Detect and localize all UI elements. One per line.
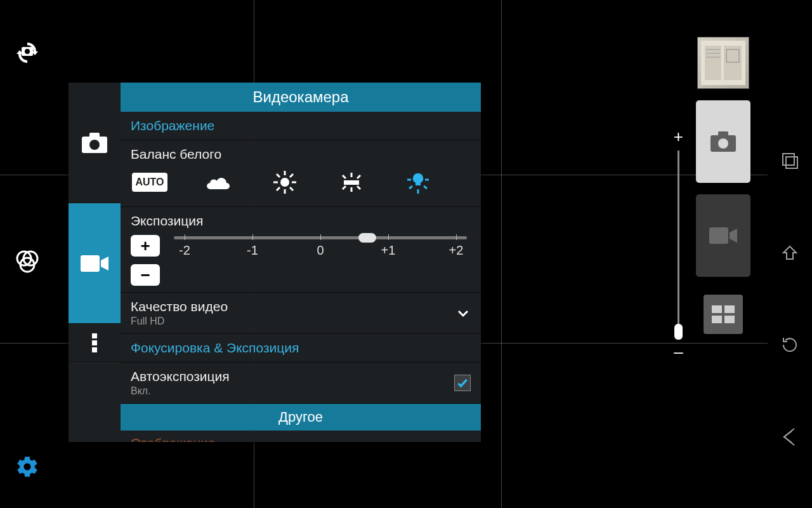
mode-grid-button[interactable] <box>704 295 743 334</box>
svg-line-35 <box>290 187 293 190</box>
svg-line-42 <box>357 175 360 178</box>
settings-title: Видеокамера <box>121 83 481 112</box>
wb-incandescent-icon[interactable] <box>402 170 434 195</box>
left-rail <box>11 0 56 508</box>
wb-cloudy-icon[interactable] <box>202 170 234 195</box>
svg-rect-6 <box>705 46 721 80</box>
video-quality-value: Full HD <box>131 316 228 327</box>
wb-auto-option[interactable]: AUTO <box>132 173 167 192</box>
svg-rect-38 <box>344 180 359 185</box>
tab-video[interactable] <box>69 203 121 324</box>
tick: +2 <box>442 243 471 258</box>
zoom-plus-icon[interactable]: + <box>674 127 683 147</box>
zoom-track[interactable] <box>678 150 679 338</box>
svg-rect-20 <box>783 154 794 165</box>
grid-line-vertical <box>501 0 502 508</box>
settings-gear-icon[interactable] <box>11 451 43 483</box>
tick: -2 <box>170 243 199 258</box>
video-quality-label: Качество видео <box>131 299 228 314</box>
zoom-handle[interactable] <box>674 324 683 340</box>
chevron-down-icon <box>455 305 471 321</box>
svg-rect-18 <box>712 316 722 323</box>
svg-line-34 <box>277 174 280 177</box>
auto-exposure-row[interactable]: Автоэкспозиция Вкл. <box>121 363 481 404</box>
exposure-minus-button[interactable]: − <box>131 264 160 286</box>
svg-rect-15 <box>709 227 728 244</box>
exposure-slider[interactable]: -2 -1 0 +1 +2 <box>170 235 471 258</box>
settings-body: Видеокамера Изображение Баланс белого AU… <box>121 83 481 442</box>
svg-point-1 <box>25 49 30 54</box>
svg-line-46 <box>409 186 412 189</box>
section-other[interactable]: Другое <box>121 404 481 431</box>
color-effects-icon[interactable] <box>11 244 43 276</box>
svg-line-41 <box>343 175 346 178</box>
photo-mode-button[interactable] <box>696 100 750 183</box>
svg-rect-23 <box>89 133 100 138</box>
tick: 0 <box>306 243 335 258</box>
tick: +1 <box>374 243 403 258</box>
video-quality-row[interactable]: Качество видео Full HD <box>121 293 481 334</box>
svg-rect-28 <box>92 347 97 352</box>
svg-rect-21 <box>786 157 797 168</box>
auto-exposure-label: Автоэкспозиция <box>131 369 230 384</box>
camera-settings-menu: Видеокамера Изображение Баланс белого AU… <box>69 83 481 442</box>
recents-icon[interactable] <box>776 147 804 175</box>
section-image: Изображение <box>121 112 481 140</box>
svg-rect-17 <box>724 305 735 313</box>
last-photo-thumbnail[interactable] <box>697 37 749 89</box>
tick: -1 <box>238 243 267 258</box>
settings-tab-rail <box>69 83 121 362</box>
zoom-slider[interactable]: + – <box>674 127 683 362</box>
svg-rect-13 <box>718 131 728 137</box>
svg-rect-25 <box>81 255 100 272</box>
tab-photo[interactable] <box>69 83 121 203</box>
white-balance-label: Баланс белого <box>131 147 471 162</box>
back-icon[interactable] <box>776 423 804 451</box>
rotate-icon[interactable] <box>776 331 804 359</box>
svg-rect-19 <box>724 316 735 323</box>
video-mode-button[interactable] <box>696 194 750 277</box>
svg-point-24 <box>89 140 100 150</box>
svg-rect-16 <box>712 305 722 313</box>
tab-more[interactable] <box>69 324 121 362</box>
svg-line-37 <box>277 187 280 190</box>
auto-exposure-value: Вкл. <box>131 385 230 397</box>
auto-exposure-checkbox[interactable] <box>454 375 471 391</box>
home-icon[interactable] <box>776 239 804 267</box>
white-balance-row: Баланс белого AUTO <box>121 140 481 207</box>
exposure-thumb[interactable] <box>358 233 376 243</box>
svg-line-43 <box>343 186 346 189</box>
svg-line-44 <box>357 186 360 189</box>
svg-line-47 <box>424 186 427 189</box>
exposure-label: Экспозиция <box>131 213 471 229</box>
wb-daylight-icon[interactable] <box>269 170 301 195</box>
exposure-row: Экспозиция + − -2 -1 0 +1 +2 <box>121 207 481 293</box>
svg-rect-26 <box>92 333 97 338</box>
zoom-minus-icon[interactable]: – <box>674 342 683 362</box>
system-navbar <box>768 0 812 508</box>
section-focus-exposure: Фокусировка & Экспозиция <box>121 334 481 363</box>
mode-column <box>695 37 752 334</box>
exposure-plus-button[interactable]: + <box>131 235 160 257</box>
svg-rect-27 <box>92 340 97 345</box>
exposure-ticks: -2 -1 0 +1 +2 <box>170 243 471 258</box>
svg-point-14 <box>718 138 728 149</box>
svg-point-29 <box>280 178 289 187</box>
svg-line-36 <box>290 174 293 177</box>
wb-fluorescent-icon[interactable] <box>336 170 367 195</box>
cutoff-row: Отображение <box>121 431 481 442</box>
switch-camera-icon[interactable] <box>11 38 43 70</box>
